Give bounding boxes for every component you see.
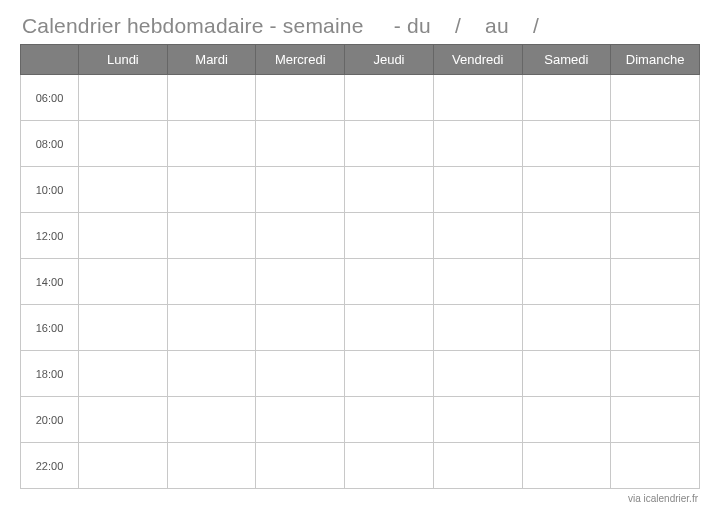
calendar-container: Calendrier hebdomadaire - semaine - du /… xyxy=(0,0,720,509)
slot xyxy=(79,443,168,489)
slot xyxy=(167,75,256,121)
time-label: 22:00 xyxy=(21,443,79,489)
slot xyxy=(522,397,611,443)
time-row: 12:00 xyxy=(21,213,700,259)
slot xyxy=(611,351,700,397)
day-header-samedi: Samedi xyxy=(522,45,611,75)
slot xyxy=(79,351,168,397)
slot xyxy=(433,259,522,305)
slot xyxy=(256,213,345,259)
slot xyxy=(522,213,611,259)
time-row: 08:00 xyxy=(21,121,700,167)
time-row: 06:00 xyxy=(21,75,700,121)
time-label: 06:00 xyxy=(21,75,79,121)
time-label: 20:00 xyxy=(21,397,79,443)
slot xyxy=(79,75,168,121)
slot xyxy=(433,167,522,213)
slot xyxy=(433,443,522,489)
slot xyxy=(345,351,434,397)
slot xyxy=(611,305,700,351)
slot xyxy=(256,75,345,121)
slot xyxy=(611,75,700,121)
slot xyxy=(433,213,522,259)
day-header-mercredi: Mercredi xyxy=(256,45,345,75)
slot xyxy=(522,351,611,397)
day-header-dimanche: Dimanche xyxy=(611,45,700,75)
slot xyxy=(256,167,345,213)
slot xyxy=(611,167,700,213)
time-row: 14:00 xyxy=(21,259,700,305)
slot xyxy=(79,167,168,213)
day-header-jeudi: Jeudi xyxy=(345,45,434,75)
slot xyxy=(167,351,256,397)
slot xyxy=(611,121,700,167)
slot xyxy=(345,259,434,305)
time-label: 12:00 xyxy=(21,213,79,259)
slot xyxy=(611,397,700,443)
slot xyxy=(256,259,345,305)
slot xyxy=(345,75,434,121)
slot xyxy=(256,443,345,489)
day-header-mardi: Mardi xyxy=(167,45,256,75)
slot xyxy=(167,213,256,259)
slot xyxy=(522,305,611,351)
day-header-vendredi: Vendredi xyxy=(433,45,522,75)
slot xyxy=(79,397,168,443)
time-label: 18:00 xyxy=(21,351,79,397)
time-label: 14:00 xyxy=(21,259,79,305)
slot xyxy=(433,75,522,121)
slot xyxy=(522,167,611,213)
slot xyxy=(256,305,345,351)
slot xyxy=(167,259,256,305)
slot xyxy=(433,121,522,167)
footer-attribution: via icalendrier.fr xyxy=(20,493,700,504)
slot xyxy=(433,397,522,443)
weekly-calendar-table: Lundi Mardi Mercredi Jeudi Vendredi Same… xyxy=(20,44,700,489)
slot xyxy=(167,443,256,489)
slot xyxy=(345,305,434,351)
time-row: 10:00 xyxy=(21,167,700,213)
slot xyxy=(167,121,256,167)
slot xyxy=(79,259,168,305)
slot xyxy=(433,305,522,351)
header-row: Lundi Mardi Mercredi Jeudi Vendredi Same… xyxy=(21,45,700,75)
slot xyxy=(345,443,434,489)
slot xyxy=(167,305,256,351)
calendar-body: 06:00 08:00 10:00 12:00 14:00 16:00 xyxy=(21,75,700,489)
time-header xyxy=(21,45,79,75)
slot xyxy=(611,213,700,259)
slot xyxy=(79,305,168,351)
day-header-lundi: Lundi xyxy=(79,45,168,75)
slot xyxy=(256,397,345,443)
slot xyxy=(79,213,168,259)
time-row: 22:00 xyxy=(21,443,700,489)
slot xyxy=(79,121,168,167)
slot xyxy=(522,75,611,121)
time-row: 20:00 xyxy=(21,397,700,443)
time-label: 16:00 xyxy=(21,305,79,351)
slot xyxy=(611,259,700,305)
slot xyxy=(345,167,434,213)
slot xyxy=(256,351,345,397)
slot xyxy=(256,121,345,167)
page-title: Calendrier hebdomadaire - semaine - du /… xyxy=(22,14,700,38)
slot xyxy=(433,351,522,397)
slot xyxy=(611,443,700,489)
slot xyxy=(167,397,256,443)
slot xyxy=(345,121,434,167)
slot xyxy=(522,121,611,167)
time-row: 18:00 xyxy=(21,351,700,397)
time-label: 08:00 xyxy=(21,121,79,167)
time-label: 10:00 xyxy=(21,167,79,213)
slot xyxy=(345,213,434,259)
time-row: 16:00 xyxy=(21,305,700,351)
slot xyxy=(167,167,256,213)
slot xyxy=(345,397,434,443)
slot xyxy=(522,259,611,305)
slot xyxy=(522,443,611,489)
